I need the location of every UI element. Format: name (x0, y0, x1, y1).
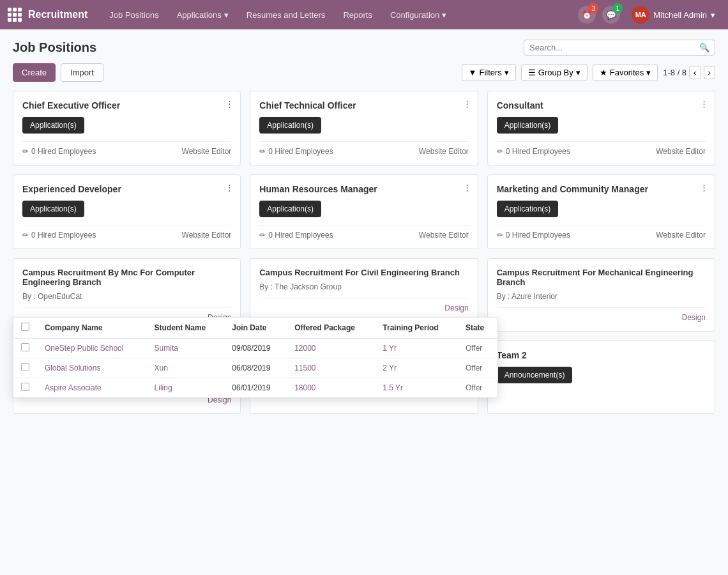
edit-icon: ✏ (259, 147, 266, 156)
applications-btn-2[interactable]: Application(s) (497, 117, 559, 134)
edit-icon: ✏ (22, 231, 29, 240)
star-icon: ★ (600, 68, 607, 77)
website-label-5[interactable]: Website Editor (656, 231, 706, 240)
pagination-text: 1-8 / 8 (663, 68, 686, 77)
row-1-cb (13, 358, 37, 378)
chat-badge[interactable]: 💬 1 (602, 6, 620, 24)
table-row: OneStep Public School Sumita 09/08/2019 … (13, 339, 497, 358)
favorites-button[interactable]: ★ Favorites ▾ (593, 64, 658, 81)
select-all-checkbox[interactable] (21, 323, 29, 331)
table-row: Global Solutions Xun 06/08/2019 11500 2 … (13, 358, 497, 378)
website-label-4[interactable]: Website Editor (419, 231, 469, 240)
package-link-1[interactable]: 11500 (294, 364, 315, 372)
job-card-0: Chief Executive Officer ⋮ Application(s)… (13, 91, 241, 165)
website-label-0[interactable]: Website Editor (182, 147, 232, 156)
filters-button[interactable]: ▼ Filters ▾ (462, 64, 516, 81)
hired-count-0: ✏ 0 Hired Employees (22, 147, 96, 156)
training-link-2[interactable]: 1.5 Yr (383, 383, 403, 392)
applications-btn-1[interactable]: Application(s) (259, 117, 321, 134)
job-card-title-2: Consultant (497, 100, 706, 111)
search-bar: 🔍 (524, 40, 715, 56)
company-link-2[interactable]: Aspire Associate (45, 383, 102, 392)
hired-count-5: ✏ 0 Hired Employees (497, 231, 570, 240)
row-1-package: 11500 (287, 358, 375, 378)
card-menu-4[interactable]: ⋮ (463, 183, 471, 192)
nav-menu: Job Positions Applications ▾ Resumes and… (100, 0, 578, 29)
job-card-1: Chief Technical Officer ⋮ Application(s)… (250, 91, 478, 165)
chevron-down-icon: ▾ (442, 10, 446, 20)
recruitment-card-title-2: Campus Recruitment For Mechanical Engine… (497, 268, 706, 287)
page-header: Job Positions 🔍 (13, 40, 715, 56)
brand[interactable]: Recruitment (8, 8, 87, 22)
groupby-button[interactable]: ☰ Group By ▾ (521, 64, 588, 81)
row-0-training: 1 Yr (375, 339, 458, 358)
applications-btn-3[interactable]: Application(s) (22, 201, 84, 217)
applications-btn-0[interactable]: Application(s) (22, 117, 84, 134)
table-header: Company Name Student Name Join Date Offe… (13, 318, 497, 339)
card-menu-0[interactable]: ⋮ (225, 99, 234, 109)
student-link-2[interactable]: Liling (155, 383, 172, 392)
row-0-company: OneStep Public School (37, 339, 147, 358)
row-2-cb (13, 378, 37, 398)
row-0-checkbox[interactable] (21, 343, 29, 351)
create-button[interactable]: Create (13, 63, 56, 82)
hired-count-3: ✏ 0 Hired Employees (22, 231, 96, 240)
job-card-title-3: Experienced Developer (22, 184, 231, 194)
recruitment-card-title-1: Campus Recruitment For Civil Engineering… (259, 268, 468, 277)
package-link-0[interactable]: 12000 (294, 344, 315, 353)
user-menu[interactable]: MA Mitchell Admin ▾ (626, 3, 720, 26)
nav-job-positions[interactable]: Job Positions (100, 0, 167, 29)
nav-reports[interactable]: Reports (334, 0, 381, 29)
brand-title: Recruitment (28, 9, 87, 20)
hired-count-4: ✏ 0 Hired Employees (259, 231, 333, 240)
clock-badge[interactable]: ⏰ 3 (578, 6, 596, 24)
card-footer-3: ✏ 0 Hired Employees Website Editor (22, 225, 231, 240)
search-icon: 🔍 (699, 43, 709, 52)
applications-btn-5[interactable]: Application(s) (497, 201, 559, 217)
table-col-package: Offered Package (287, 318, 375, 339)
team-card-2: Team 2 Announcement(s) (487, 341, 715, 414)
nav-configuration[interactable]: Configuration ▾ (381, 0, 455, 29)
recruitment-card-design-1[interactable]: Design (259, 298, 468, 312)
training-link-0[interactable]: 1 Yr (383, 344, 397, 353)
row-1-checkbox[interactable] (21, 363, 29, 371)
applications-btn-4[interactable]: Application(s) (259, 201, 321, 217)
website-label-3[interactable]: Website Editor (182, 231, 232, 240)
company-link-1[interactable]: Global Solutions (45, 364, 100, 372)
card-menu-2[interactable]: ⋮ (700, 99, 708, 109)
nav-resumes[interactable]: Resumes and Letters (238, 0, 335, 29)
row-1-state: Offer (458, 358, 497, 378)
table-header-cb (13, 318, 37, 339)
student-link-0[interactable]: Sumita (155, 344, 178, 353)
search-input[interactable] (529, 43, 695, 52)
job-card-title-0: Chief Executive Officer (22, 100, 231, 111)
row-0-joindate: 09/08/2019 (224, 339, 287, 358)
card-menu-5[interactable]: ⋮ (700, 183, 708, 192)
card-menu-3[interactable]: ⋮ (225, 183, 234, 192)
website-label-1[interactable]: Website Editor (419, 147, 469, 156)
card-menu-1[interactable]: ⋮ (463, 99, 471, 109)
filter-icon: ▼ (469, 68, 477, 77)
hired-count-2: ✏ 0 Hired Employees (497, 147, 570, 156)
team-card-title-2: Team 2 (497, 350, 706, 360)
package-link-2[interactable]: 18000 (294, 383, 315, 392)
chevron-down-icon: ▾ (711, 10, 715, 20)
import-button[interactable]: Import (61, 63, 103, 82)
website-label-2[interactable]: Website Editor (656, 147, 706, 156)
row-1-student: Xun (147, 358, 225, 378)
prev-page-button[interactable]: ‹ (689, 66, 701, 79)
avatar: MA (632, 6, 649, 24)
table-col-state: State (458, 318, 497, 339)
nav-applications[interactable]: Applications ▾ (168, 0, 238, 29)
clock-count: 3 (588, 3, 598, 13)
chevron-down-icon: ▾ (576, 68, 580, 77)
next-page-button[interactable]: › (704, 66, 715, 79)
announcements-btn-2[interactable]: Announcement(s) (497, 367, 573, 383)
training-link-1[interactable]: 2 Yr (383, 364, 397, 372)
row-2-checkbox[interactable] (21, 383, 29, 391)
table-row: Aspire Associate Liling 06/01/2019 18000… (13, 378, 497, 398)
student-link-1[interactable]: Xun (155, 364, 168, 372)
row-0-cb (13, 339, 37, 358)
company-link-0[interactable]: OneStep Public School (45, 344, 123, 353)
recruitment-card-design-2[interactable]: Design (497, 307, 706, 322)
